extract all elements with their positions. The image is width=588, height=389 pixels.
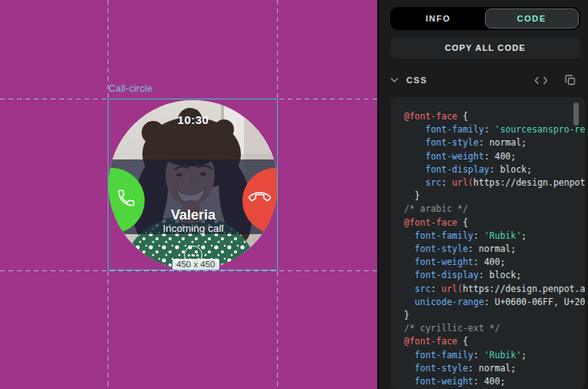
inspect-tabbar: INFO CODE [390, 7, 580, 30]
code-view-icon[interactable] [534, 76, 548, 85]
selection-bounding-box[interactable] [108, 99, 278, 270]
css-section-title: CSS [406, 75, 427, 85]
design-canvas[interactable]: Call-circle [0, 0, 377, 389]
css-section-header: CSS [390, 72, 580, 89]
tab-info[interactable]: INFO [392, 8, 485, 29]
chevron-down-icon[interactable] [390, 77, 399, 83]
frame-name-label[interactable]: Call-circle [109, 83, 152, 94]
code-scrollbar-thumb[interactable] [573, 102, 579, 126]
inspect-panel: INFO CODE COPY ALL CODE CSS @font-face {… [377, 0, 588, 389]
code-content: @font-face { font-family: 'sourcesanspro… [390, 97, 585, 388]
copy-icon[interactable] [565, 75, 576, 86]
guide-line-horizontal-bottom [0, 270, 377, 271]
tab-code[interactable]: CODE [485, 8, 580, 29]
css-code-block: @font-face { font-family: 'sourcesanspro… [390, 97, 585, 389]
selection-size-badge: 450 x 450 [172, 259, 219, 270]
copy-all-code-button[interactable]: COPY ALL CODE [390, 37, 580, 59]
